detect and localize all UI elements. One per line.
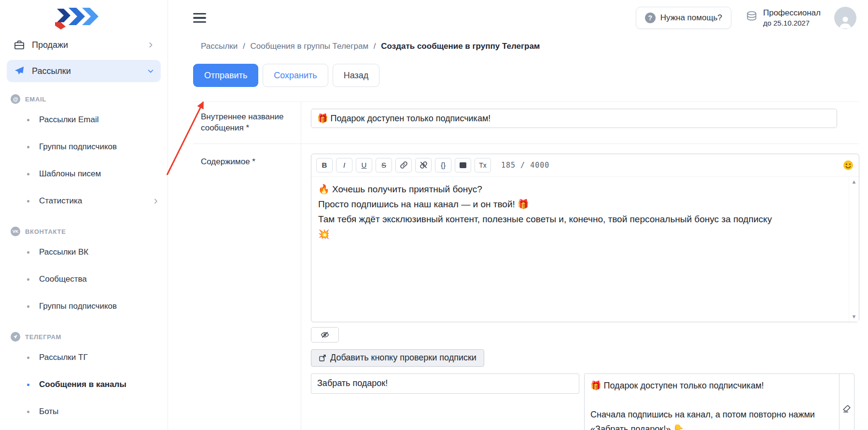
sidebar-section-label: ТЕЛЕГРАМ [25,333,61,341]
content-field-label: Содержимое * [193,144,301,430]
vk-icon: VK [11,227,20,236]
editor-text-line: 💥 [318,227,841,242]
editor-text-line: 🔥 Хочешь получить приятный бонус? [318,182,841,197]
sidebar-item-letter-templates[interactable]: Шаблоны писем [0,160,168,187]
topbar: ? Нужна помощь? Профессионал до 25.10.20… [168,0,868,36]
breadcrumb-link-tg-group-messages[interactable]: Сообщения в группы Телеграм [251,42,369,51]
sidebar-item-label: Продажи [32,40,68,50]
strikethrough-icon[interactable]: S [376,158,392,172]
subscription-check-fields: 🎁 Подарок доступен только подписчикам! С… [311,373,859,430]
scroll-up-icon[interactable]: ▲ [852,179,857,185]
question-icon: ? [645,13,656,23]
sidebar-item-label: Шаблоны писем [39,169,101,179]
sidebar-item-vk-mailings[interactable]: Рассылки ВК [0,239,168,266]
plan-name: Профессионал [763,8,821,18]
sidebar-item-communities[interactable]: Сообщества [0,266,168,293]
breadcrumb-separator: / [243,42,245,51]
sidebar-item-subscriber-groups-email[interactable]: Группы подписчиков [0,133,168,160]
plan-info: Профессионал до 25.10.2027 [745,8,821,28]
check-message-text[interactable]: 🎁 Подарок доступен только подписчикам! С… [585,374,854,430]
clear-format-icon[interactable] [841,403,853,415]
clear-format-icon[interactable]: Tx [475,158,491,172]
bullet-icon [27,357,29,359]
content: Рассылки / Сообщения в группы Телеграм /… [168,42,868,430]
rich-text-editor: B I U S {} [311,154,859,322]
code-icon[interactable]: {} [435,158,451,172]
sidebar-item-mailings[interactable]: Рассылки [7,60,161,82]
message-form: Внутреннее название сообщения * Содержим… [193,101,859,430]
editor-scrollbar[interactable]: ▲ ▼ [849,177,859,322]
sidebar-section-email: @ EMAIL [11,92,161,106]
sidebar-item-statistics[interactable]: Статистика [0,187,168,215]
sidebar-item-tg-mailings[interactable]: Рассылки ТГ [0,344,168,371]
message-content-editor[interactable]: 🔥 Хочешь получить приятный бонус? Просто… [311,177,859,322]
bullet-icon [27,251,29,254]
action-buttons: Отправить Сохранить Назад [193,64,859,87]
sidebar-item-label: Рассылки [32,66,71,76]
sidebar-item-label: Рассылки Email [39,115,99,125]
paper-plane-icon [14,66,25,76]
sidebar-item-email-mailings[interactable]: Рассылки Email [0,106,168,133]
sidebar-item-label: Сообщества [39,274,87,284]
scroll-down-icon[interactable]: ▼ [852,314,857,319]
telegram-icon [11,332,20,342]
bullet-icon [27,411,29,413]
bullet-icon [27,384,29,386]
chevron-right-icon [147,42,154,48]
plan-expiry: до 25.10.2027 [763,18,821,28]
email-at-icon: @ [11,94,20,104]
sidebar-section-telegram: ТЕЛЕГРАМ [11,330,161,344]
coins-icon [745,11,758,25]
briefcase-icon [14,40,25,50]
bullet-icon [27,278,29,281]
link-icon[interactable] [395,158,412,172]
page: Продажи Рассылки @ EMAIL Рассылки Email [0,0,868,430]
editor-text-line: Там тебя ждёт эксклюзивный контент, поле… [318,212,841,227]
bullet-icon [27,146,29,148]
send-button[interactable]: Отправить [193,64,258,87]
help-button-label: Нужна помощь? [660,13,722,23]
back-button[interactable]: Назад [333,64,380,87]
sidebar-item-sales[interactable]: Продажи [7,34,161,56]
main-area: ? Нужна помощь? Профессионал до 25.10.20… [168,0,868,430]
sidebar-section-label: ВКОНТАКТЕ [25,228,66,235]
editor-toolbar: B I U S {} [311,154,859,177]
bold-icon[interactable]: B [316,158,333,172]
sidebar-item-subscriber-groups-vk[interactable]: Группы подписчиков [0,293,168,320]
internal-name-input[interactable] [311,109,837,128]
add-subscription-check-label: Добавить кнопку проверки подписки [330,353,476,363]
add-subscription-check-button[interactable]: Добавить кнопку проверки подписки [311,349,484,367]
editor-text-line: Просто подпишись на наш канал — и он тво… [318,197,841,212]
hamburger-menu-icon[interactable] [193,11,206,26]
char-counter: 185 / 4000 [501,161,549,170]
logo[interactable] [54,8,100,30]
help-button[interactable]: ? Нужна помощь? [636,7,731,29]
bullet-icon [27,119,29,121]
sidebar-item-label: Боты [39,407,58,416]
name-field-label: Внутреннее название сообщения * [193,102,301,143]
underline-icon[interactable]: U [356,158,372,172]
breadcrumb-separator: / [374,42,376,51]
save-button[interactable]: Сохранить [263,64,328,87]
form-row-content: Содержимое * B I U S [193,144,859,430]
sidebar-item-channel-messages[interactable]: Сообщения в каналы [0,371,168,398]
sidebar-item-label: Группы подписчиков [39,301,117,311]
breadcrumb-link-mailings[interactable]: Рассылки [201,42,238,51]
unlink-icon[interactable] [415,158,432,172]
emoji-picker-icon[interactable] [842,159,854,171]
avatar[interactable] [834,7,856,29]
sidebar-item-label: Рассылки ВК [39,247,88,257]
external-link-icon [319,354,326,362]
check-button-text-input[interactable] [311,373,579,394]
spoiler-icon[interactable] [455,158,471,172]
italic-icon[interactable]: I [336,158,352,172]
user-icon [837,14,854,29]
sidebar: Продажи Рассылки @ EMAIL Рассылки Email [0,0,168,430]
check-message-field: 🎁 Подарок доступен только подписчикам! С… [584,373,854,430]
sidebar-item-label: Группы подписчиков [39,142,117,152]
sidebar-item-label: Сообщения в каналы [39,380,126,389]
chevron-down-icon [147,68,154,74]
sidebar-section-vk: VK ВКОНТАКТЕ [11,224,161,239]
spoiler-preview-button[interactable] [311,327,339,343]
sidebar-item-bots[interactable]: Боты [0,398,168,425]
